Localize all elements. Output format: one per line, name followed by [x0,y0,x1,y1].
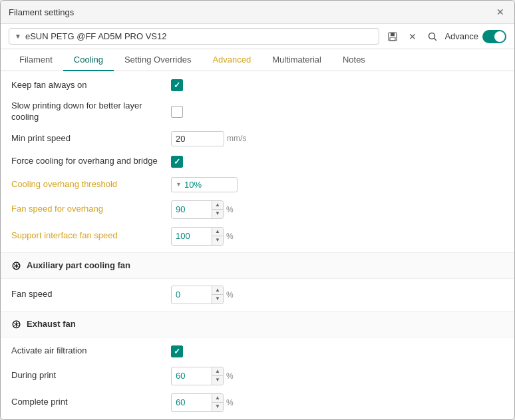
exhaust-section-title: Exhaust fan [27,319,76,329]
tab-advanced[interactable]: Advanced [202,49,261,71]
settings-content: Keep fan always on Slow printing down fo… [1,71,514,419]
advance-toggle[interactable] [482,30,506,43]
fan-speed-overhang-spinner-btns: ▲ ▼ [212,201,223,218]
auxiliary-fan-speed-spinner-btns: ▲ ▼ [212,286,223,304]
activate-air-filtration-row: Activate air filtration [1,340,514,363]
title-bar-left: Filament settings [9,7,74,17]
auxiliary-fan-speed-control: ▲ ▼ % [171,286,243,304]
auxiliary-fan-speed-spinner: ▲ ▼ [171,286,224,304]
during-print-row: During print ▲ ▼ % [1,363,514,389]
slow-printing-label: Slow printing down for better layer cool… [11,101,171,123]
complete-print-input[interactable] [172,395,212,409]
complete-print-spinner: ▲ ▼ [171,393,224,412]
profile-name: eSUN PETG @FF AD5M PRO VS12 [25,31,167,41]
auxiliary-section-header: ⊛ Auxiliary part cooling fan [1,252,514,279]
auxiliary-fan-speed-unit: % [226,290,243,300]
cooling-overhang-threshold-dropdown[interactable]: ▼ 10% [171,177,238,192]
during-print-up[interactable]: ▲ [212,367,223,376]
support-interface-fan-speed-control: ▲ ▼ % [171,227,243,246]
complete-print-spinner-btns: ▲ ▼ [212,394,223,411]
filament-settings-window: Filament settings ✕ ▼ eSUN PETG @FF AD5M… [0,0,515,420]
force-cooling-checkbox[interactable] [171,156,183,168]
svg-line-4 [434,38,436,40]
auxiliary-fan-speed-label: Fan speed [11,289,171,300]
complete-print-row: Complete print ▲ ▼ % [1,389,514,416]
toolbar-icons: ✕ Advance [385,29,506,45]
fan-speed-overhang-control: ▲ ▼ % [171,200,243,219]
fan-speed-overhang-label: Fan speed for overhang [11,204,171,215]
advance-label: Advance [444,31,478,41]
support-interface-fan-speed-row: Support interface fan speed ▲ ▼ % [1,223,514,250]
tab-filament[interactable]: Filament [9,49,63,71]
fan-speed-overhang-unit: % [226,205,243,214]
during-print-unit: % [226,371,243,381]
support-interface-fan-speed-up[interactable]: ▲ [212,228,223,236]
save-icon[interactable] [385,29,401,45]
close-button[interactable]: ✕ [494,6,506,18]
tab-multimaterial[interactable]: Multimaterial [261,49,332,71]
during-print-spinner: ▲ ▼ [171,367,224,385]
fan-speed-overhang-input[interactable] [172,202,212,216]
auxiliary-fan-speed-up[interactable]: ▲ [212,286,223,295]
complete-print-control: ▲ ▼ % [171,393,243,412]
search-icon[interactable] [425,29,440,45]
support-interface-fan-speed-spinner-btns: ▲ ▼ [212,228,223,245]
slow-printing-checkbox[interactable] [171,106,183,118]
tab-notes[interactable]: Notes [332,49,376,71]
support-interface-fan-speed-label: Support interface fan speed [11,230,171,242]
keep-fan-always-on-row: Keep fan always on [1,74,514,97]
force-cooling-control [171,156,183,168]
min-print-speed-row: Min print speed mm/s [1,127,514,150]
support-interface-fan-speed-down[interactable]: ▼ [212,236,223,245]
complete-print-down[interactable]: ▼ [212,403,223,411]
support-interface-fan-speed-spinner: ▲ ▼ [171,227,224,246]
auxiliary-fan-icon: ⊛ [11,258,21,273]
tabs-bar: Filament Cooling Setting Overrides Advan… [1,49,514,71]
profile-selector[interactable]: ▼ eSUN PETG @FF AD5M PRO VS12 [9,28,379,45]
support-interface-fan-speed-input[interactable] [172,229,212,243]
svg-rect-2 [390,37,395,41]
during-print-label: During print [11,370,171,381]
auxiliary-fan-speed-down[interactable]: ▼ [212,295,223,304]
activate-air-filtration-checkbox[interactable] [171,345,183,357]
profile-arrow-icon: ▼ [15,33,21,40]
min-print-speed-control: mm/s [171,131,246,146]
dropdown-arrow-icon: ▼ [176,181,182,188]
cooling-overhang-threshold-value: 10% [184,180,202,190]
min-print-speed-input[interactable] [171,131,224,146]
slow-printing-control [171,106,183,118]
window-title: Filament settings [9,7,74,17]
complete-print-unit: % [226,398,243,407]
during-print-down[interactable]: ▼ [212,376,223,385]
auxiliary-fan-speed-input[interactable] [172,288,212,302]
fan-speed-overhang-up[interactable]: ▲ [212,201,223,210]
min-print-speed-label: Min print speed [11,133,171,144]
during-print-control: ▲ ▼ % [171,367,243,385]
title-bar: Filament settings ✕ [1,1,514,24]
support-interface-fan-speed-unit: % [226,232,243,241]
during-print-input[interactable] [172,369,212,383]
force-cooling-row: Force cooling for overhang and bridge [1,150,514,173]
discard-icon[interactable]: ✕ [405,29,421,45]
complete-print-label: Complete print [11,397,171,408]
force-cooling-label: Force cooling for overhang and bridge [11,156,171,167]
min-print-speed-unit: mm/s [227,134,246,143]
svg-rect-1 [391,33,395,36]
cooling-overhang-threshold-row: Cooling overhang threshold ▼ 10% [1,173,514,196]
toolbar: ▼ eSUN PETG @FF AD5M PRO VS12 ✕ Advance [1,24,514,49]
keep-fan-label: Keep fan always on [11,80,171,91]
exhaust-section-header: ⊛ Exhaust fan [1,311,514,337]
keep-fan-checkbox[interactable] [171,79,183,91]
tab-cooling[interactable]: Cooling [63,49,114,71]
fan-speed-overhang-down[interactable]: ▼ [212,210,223,218]
fan-speed-overhang-row: Fan speed for overhang ▲ ▼ % [1,196,514,223]
activate-air-filtration-control [171,345,183,357]
complete-print-up[interactable]: ▲ [212,394,223,403]
during-print-spinner-btns: ▲ ▼ [212,367,223,385]
exhaust-fan-icon: ⊛ [11,317,21,331]
tab-setting-overrides[interactable]: Setting Overrides [114,49,202,71]
cooling-overhang-threshold-control: ▼ 10% [171,177,238,192]
auxiliary-fan-speed-row: Fan speed ▲ ▼ % [1,282,514,308]
keep-fan-control [171,79,183,91]
slow-printing-row: Slow printing down for better layer cool… [1,97,514,127]
